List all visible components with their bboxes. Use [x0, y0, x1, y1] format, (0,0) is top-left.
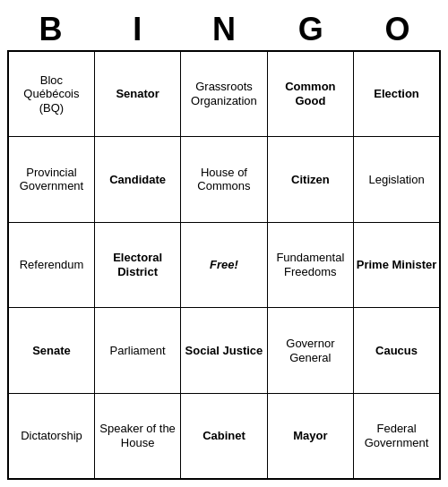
letter-b: B — [11, 11, 90, 48]
cell-r2-c0: Referendum — [8, 222, 94, 308]
cell-r3-c2: Social Justice — [181, 308, 267, 394]
cell-r1-c1: Candidate — [94, 137, 180, 223]
cell-r0-c3: Common Good — [267, 51, 353, 137]
cell-r0-c1: Senator — [94, 51, 180, 137]
cell-r1-c4: Legislation — [354, 137, 440, 223]
cell-r0-c0: Bloc Québécois (BQ) — [8, 51, 94, 137]
table-row: ReferendumElectoral DistrictFree!Fundame… — [8, 222, 440, 308]
cell-r4-c4: Federal Government — [354, 393, 440, 479]
cell-r1-c3: Citizen — [267, 137, 353, 223]
cell-r2-c2: Free! — [181, 222, 267, 308]
cell-r1-c2: House of Commons — [181, 137, 267, 223]
bingo-title: B I N G O — [7, 7, 441, 50]
cell-r1-c0: Provincial Government — [8, 137, 94, 223]
letter-i: I — [98, 11, 177, 48]
cell-r4-c0: Dictatorship — [8, 393, 94, 479]
letter-n: N — [185, 11, 263, 48]
cell-r2-c1: Electoral District — [94, 222, 180, 308]
letter-o: O — [358, 11, 437, 48]
cell-r2-c3: Fundamental Freedoms — [267, 222, 353, 308]
cell-r3-c1: Parliament — [94, 308, 180, 394]
cell-r4-c3: Mayor — [267, 393, 353, 479]
table-row: Bloc Québécois (BQ)SenatorGrassroots Org… — [8, 51, 440, 137]
cell-r0-c4: Election — [354, 51, 440, 137]
cell-r2-c4: Prime Minister — [354, 222, 440, 308]
table-row: DictatorshipSpeaker of the HouseCabinetM… — [8, 393, 440, 479]
table-row: Provincial GovernmentCandidateHouse of C… — [8, 137, 440, 223]
cell-r3-c4: Caucus — [354, 308, 440, 394]
cell-r4-c1: Speaker of the House — [94, 393, 180, 479]
cell-r4-c2: Cabinet — [181, 393, 267, 479]
cell-r3-c0: Senate — [8, 308, 94, 394]
cell-r0-c2: Grassroots Organization — [181, 51, 267, 137]
letter-g: G — [271, 11, 350, 48]
table-row: SenateParliamentSocial JusticeGovernor G… — [8, 308, 440, 394]
cell-r3-c3: Governor General — [267, 308, 353, 394]
bingo-grid: Bloc Québécois (BQ)SenatorGrassroots Org… — [7, 50, 441, 480]
